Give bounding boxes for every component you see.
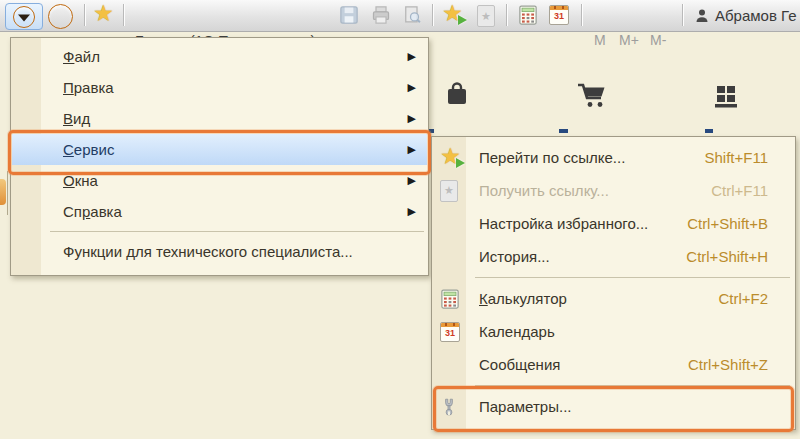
submenu-arrow-icon: ▶ xyxy=(408,143,427,156)
hidden-label-fragment xyxy=(705,129,713,133)
toolbar-separator xyxy=(123,4,125,26)
get-link-button[interactable]: ★ xyxy=(477,5,495,27)
submenu-arrow-icon: ▶ xyxy=(408,174,427,187)
star-icon: ★ xyxy=(93,0,114,26)
wrench-icon xyxy=(440,398,458,416)
background-icon-fragment xyxy=(0,179,6,205)
submenu-arrow-icon: ▶ xyxy=(408,112,427,125)
memory-plus-button[interactable]: M+ xyxy=(619,25,639,56)
shortcut-label: Ctrl+Shift+H xyxy=(686,248,794,265)
toolbar-separator xyxy=(682,4,684,26)
submenu-arrow-icon: ▶ xyxy=(408,205,427,218)
current-user: Абрамов Ге xyxy=(694,0,797,31)
star-page-icon: ★ xyxy=(477,5,495,27)
menu-item-file[interactable]: Файл ▶ xyxy=(12,41,427,72)
favorites-button[interactable]: ★ xyxy=(93,2,114,25)
user-icon xyxy=(694,8,710,24)
save-icon[interactable] xyxy=(339,5,359,29)
submenu-item-calculator[interactable]: Калькулятор Ctrl+F2 xyxy=(433,282,794,315)
title-toolbar: ★ Бухга... (1С:Предприятие) ★ ★ 31 M M+ … xyxy=(0,0,800,32)
submenu-item-calendar[interactable]: 31 Календарь xyxy=(433,315,794,348)
submenu-item-messages[interactable]: Сообщения Ctrl+Shift+Z xyxy=(433,348,794,381)
go-to-link-button[interactable]: ★ xyxy=(442,4,466,26)
submenu-separator xyxy=(475,385,790,386)
menu-item-edit[interactable]: Правка ▶ xyxy=(12,72,427,103)
green-arrow-icon xyxy=(458,15,467,25)
toolbar-separator xyxy=(581,4,583,26)
dropdown-arrow-icon xyxy=(18,14,30,21)
calendar-icon: 31 xyxy=(440,322,460,342)
user-name: Абрамов Ге xyxy=(715,0,797,31)
toolbar-separator xyxy=(84,4,86,26)
submenu-item-history[interactable]: История... Ctrl+Shift+H xyxy=(433,240,794,273)
print-preview-icon[interactable] xyxy=(402,5,422,29)
memory-recall-button[interactable]: M xyxy=(594,25,606,56)
hidden-label-fragment xyxy=(559,129,568,133)
menu-item-view[interactable]: Вид ▶ xyxy=(12,103,427,134)
menu-item-technician-functions[interactable]: Функции для технического специалиста... xyxy=(12,236,427,267)
background-edge-line xyxy=(7,171,8,215)
calculator-toolbar-button[interactable] xyxy=(518,5,538,25)
menu-item-windows[interactable]: Окна ▶ xyxy=(12,165,427,196)
calendar-icon: 31 xyxy=(549,5,569,25)
main-menu-panel: Файл ▶ Правка ▶ Вид ▶ Сервис ▶ Окна ▶ Сп… xyxy=(10,37,429,276)
star-page-icon: ★ xyxy=(440,180,458,202)
submenu-item-get-link[interactable]: ★ Получить ссылку... Ctrl+F11 xyxy=(433,174,794,207)
print-icon[interactable] xyxy=(371,5,391,29)
submenu-item-favorites-settings[interactable]: Настройка избранного... Ctrl+Shift+B xyxy=(433,207,794,240)
menu-item-service[interactable]: Сервис ▶ xyxy=(12,134,427,165)
main-menu-sphere-icon xyxy=(13,6,35,28)
toolbar-separator xyxy=(506,4,508,26)
window-grid-icon[interactable] xyxy=(712,82,740,110)
star-go-icon: ★ xyxy=(440,147,464,169)
menu-separator xyxy=(50,231,424,232)
shortcut-label: Ctrl+Shift+Z xyxy=(688,356,794,373)
calculator-icon xyxy=(440,289,460,309)
home-sphere-button[interactable] xyxy=(48,4,73,29)
service-submenu-panel: ★ Перейти по ссылке... Shift+F11 ★ Получ… xyxy=(431,136,796,430)
toolbar-separator xyxy=(432,4,434,26)
submenu-arrow-icon: ▶ xyxy=(408,50,427,63)
shortcut-label: Shift+F11 xyxy=(704,149,794,166)
submenu-arrow-icon: ▶ xyxy=(408,81,427,94)
shortcut-label: Ctrl+Shift+B xyxy=(687,215,794,232)
memory-minus-button[interactable]: M- xyxy=(650,25,666,56)
calendar-toolbar-button[interactable]: 31 xyxy=(549,5,569,25)
purchases-section-icon[interactable] xyxy=(443,80,471,108)
submenu-separator xyxy=(475,277,790,278)
submenu-item-parameters[interactable]: Параметры... xyxy=(433,390,794,423)
shortcut-label: Ctrl+F11 xyxy=(711,182,794,199)
submenu-item-go-to-link[interactable]: ★ Перейти по ссылке... Shift+F11 xyxy=(433,141,794,174)
menu-item-help[interactable]: Справка ▶ xyxy=(12,196,427,227)
sales-cart-icon[interactable] xyxy=(576,80,608,110)
shortcut-label: Ctrl+F2 xyxy=(718,290,794,307)
main-menu-button[interactable] xyxy=(5,3,43,30)
